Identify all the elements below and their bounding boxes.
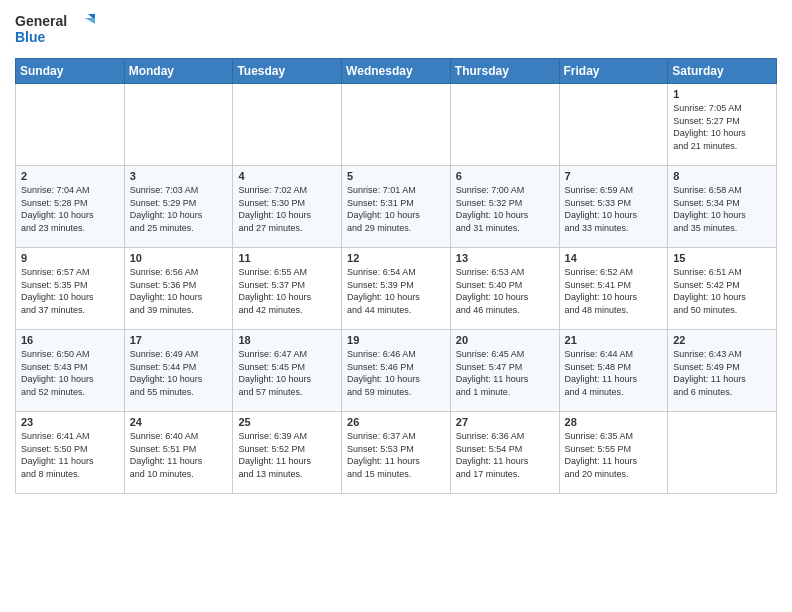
col-header-monday: Monday: [124, 59, 233, 84]
col-header-sunday: Sunday: [16, 59, 125, 84]
calendar-cell: 15Sunrise: 6:51 AM Sunset: 5:42 PM Dayli…: [668, 248, 777, 330]
day-number: 17: [130, 334, 228, 346]
day-number: 2: [21, 170, 119, 182]
calendar-cell: 22Sunrise: 6:43 AM Sunset: 5:49 PM Dayli…: [668, 330, 777, 412]
day-info: Sunrise: 6:52 AM Sunset: 5:41 PM Dayligh…: [565, 266, 663, 316]
calendar-cell: 3Sunrise: 7:03 AM Sunset: 5:29 PM Daylig…: [124, 166, 233, 248]
col-header-wednesday: Wednesday: [342, 59, 451, 84]
col-header-tuesday: Tuesday: [233, 59, 342, 84]
day-number: 25: [238, 416, 336, 428]
day-number: 27: [456, 416, 554, 428]
day-number: 6: [456, 170, 554, 182]
day-number: 24: [130, 416, 228, 428]
calendar-week-row: 2Sunrise: 7:04 AM Sunset: 5:28 PM Daylig…: [16, 166, 777, 248]
calendar-cell: [450, 84, 559, 166]
day-info: Sunrise: 6:47 AM Sunset: 5:45 PM Dayligh…: [238, 348, 336, 398]
calendar-cell: 26Sunrise: 6:37 AM Sunset: 5:53 PM Dayli…: [342, 412, 451, 494]
svg-marker-3: [85, 18, 95, 24]
calendar-cell: [16, 84, 125, 166]
day-info: Sunrise: 7:02 AM Sunset: 5:30 PM Dayligh…: [238, 184, 336, 234]
svg-text:General: General: [15, 13, 67, 29]
day-number: 13: [456, 252, 554, 264]
calendar-cell: 4Sunrise: 7:02 AM Sunset: 5:30 PM Daylig…: [233, 166, 342, 248]
calendar-cell: 8Sunrise: 6:58 AM Sunset: 5:34 PM Daylig…: [668, 166, 777, 248]
calendar-cell: [668, 412, 777, 494]
day-number: 21: [565, 334, 663, 346]
day-number: 19: [347, 334, 445, 346]
header: General Blue: [15, 10, 777, 50]
day-number: 1: [673, 88, 771, 100]
day-number: 4: [238, 170, 336, 182]
day-info: Sunrise: 7:05 AM Sunset: 5:27 PM Dayligh…: [673, 102, 771, 152]
col-header-saturday: Saturday: [668, 59, 777, 84]
day-number: 11: [238, 252, 336, 264]
calendar-week-row: 1Sunrise: 7:05 AM Sunset: 5:27 PM Daylig…: [16, 84, 777, 166]
day-info: Sunrise: 6:50 AM Sunset: 5:43 PM Dayligh…: [21, 348, 119, 398]
day-info: Sunrise: 6:37 AM Sunset: 5:53 PM Dayligh…: [347, 430, 445, 480]
calendar-cell: 21Sunrise: 6:44 AM Sunset: 5:48 PM Dayli…: [559, 330, 668, 412]
day-number: 18: [238, 334, 336, 346]
day-info: Sunrise: 6:51 AM Sunset: 5:42 PM Dayligh…: [673, 266, 771, 316]
day-number: 16: [21, 334, 119, 346]
calendar-week-row: 23Sunrise: 6:41 AM Sunset: 5:50 PM Dayli…: [16, 412, 777, 494]
day-info: Sunrise: 6:41 AM Sunset: 5:50 PM Dayligh…: [21, 430, 119, 480]
day-info: Sunrise: 6:39 AM Sunset: 5:52 PM Dayligh…: [238, 430, 336, 480]
day-info: Sunrise: 7:01 AM Sunset: 5:31 PM Dayligh…: [347, 184, 445, 234]
calendar-cell: 24Sunrise: 6:40 AM Sunset: 5:51 PM Dayli…: [124, 412, 233, 494]
calendar-cell: 13Sunrise: 6:53 AM Sunset: 5:40 PM Dayli…: [450, 248, 559, 330]
day-info: Sunrise: 6:36 AM Sunset: 5:54 PM Dayligh…: [456, 430, 554, 480]
col-header-friday: Friday: [559, 59, 668, 84]
day-info: Sunrise: 6:49 AM Sunset: 5:44 PM Dayligh…: [130, 348, 228, 398]
day-info: Sunrise: 6:35 AM Sunset: 5:55 PM Dayligh…: [565, 430, 663, 480]
day-info: Sunrise: 6:40 AM Sunset: 5:51 PM Dayligh…: [130, 430, 228, 480]
day-number: 7: [565, 170, 663, 182]
day-info: Sunrise: 6:43 AM Sunset: 5:49 PM Dayligh…: [673, 348, 771, 398]
day-info: Sunrise: 6:54 AM Sunset: 5:39 PM Dayligh…: [347, 266, 445, 316]
day-number: 23: [21, 416, 119, 428]
day-info: Sunrise: 6:46 AM Sunset: 5:46 PM Dayligh…: [347, 348, 445, 398]
logo: General Blue: [15, 10, 95, 50]
calendar-week-row: 16Sunrise: 6:50 AM Sunset: 5:43 PM Dayli…: [16, 330, 777, 412]
day-number: 8: [673, 170, 771, 182]
calendar-cell: 20Sunrise: 6:45 AM Sunset: 5:47 PM Dayli…: [450, 330, 559, 412]
day-number: 26: [347, 416, 445, 428]
calendar-header-row: SundayMondayTuesdayWednesdayThursdayFrid…: [16, 59, 777, 84]
day-number: 9: [21, 252, 119, 264]
calendar-cell: 28Sunrise: 6:35 AM Sunset: 5:55 PM Dayli…: [559, 412, 668, 494]
col-header-thursday: Thursday: [450, 59, 559, 84]
day-info: Sunrise: 6:45 AM Sunset: 5:47 PM Dayligh…: [456, 348, 554, 398]
day-number: 3: [130, 170, 228, 182]
calendar-cell: 16Sunrise: 6:50 AM Sunset: 5:43 PM Dayli…: [16, 330, 125, 412]
day-info: Sunrise: 7:03 AM Sunset: 5:29 PM Dayligh…: [130, 184, 228, 234]
calendar-cell: 6Sunrise: 7:00 AM Sunset: 5:32 PM Daylig…: [450, 166, 559, 248]
day-info: Sunrise: 6:57 AM Sunset: 5:35 PM Dayligh…: [21, 266, 119, 316]
calendar-cell: 5Sunrise: 7:01 AM Sunset: 5:31 PM Daylig…: [342, 166, 451, 248]
calendar-cell: 10Sunrise: 6:56 AM Sunset: 5:36 PM Dayli…: [124, 248, 233, 330]
calendar-table: SundayMondayTuesdayWednesdayThursdayFrid…: [15, 58, 777, 494]
calendar-cell: 12Sunrise: 6:54 AM Sunset: 5:39 PM Dayli…: [342, 248, 451, 330]
day-info: Sunrise: 6:53 AM Sunset: 5:40 PM Dayligh…: [456, 266, 554, 316]
calendar-cell: 2Sunrise: 7:04 AM Sunset: 5:28 PM Daylig…: [16, 166, 125, 248]
calendar-cell: 18Sunrise: 6:47 AM Sunset: 5:45 PM Dayli…: [233, 330, 342, 412]
calendar-cell: [233, 84, 342, 166]
calendar-cell: [559, 84, 668, 166]
logo-svg: General Blue: [15, 10, 95, 50]
day-info: Sunrise: 6:59 AM Sunset: 5:33 PM Dayligh…: [565, 184, 663, 234]
day-number: 5: [347, 170, 445, 182]
day-number: 20: [456, 334, 554, 346]
calendar-cell: 25Sunrise: 6:39 AM Sunset: 5:52 PM Dayli…: [233, 412, 342, 494]
calendar-cell: 27Sunrise: 6:36 AM Sunset: 5:54 PM Dayli…: [450, 412, 559, 494]
day-info: Sunrise: 6:55 AM Sunset: 5:37 PM Dayligh…: [238, 266, 336, 316]
day-number: 12: [347, 252, 445, 264]
calendar-cell: 11Sunrise: 6:55 AM Sunset: 5:37 PM Dayli…: [233, 248, 342, 330]
svg-text:Blue: Blue: [15, 29, 46, 45]
calendar-page: General Blue SundayMondayTuesdayWednesda…: [0, 0, 792, 612]
calendar-cell: 23Sunrise: 6:41 AM Sunset: 5:50 PM Dayli…: [16, 412, 125, 494]
calendar-cell: [342, 84, 451, 166]
day-info: Sunrise: 6:58 AM Sunset: 5:34 PM Dayligh…: [673, 184, 771, 234]
day-info: Sunrise: 7:00 AM Sunset: 5:32 PM Dayligh…: [456, 184, 554, 234]
calendar-cell: 19Sunrise: 6:46 AM Sunset: 5:46 PM Dayli…: [342, 330, 451, 412]
calendar-cell: 14Sunrise: 6:52 AM Sunset: 5:41 PM Dayli…: [559, 248, 668, 330]
day-number: 14: [565, 252, 663, 264]
day-number: 15: [673, 252, 771, 264]
